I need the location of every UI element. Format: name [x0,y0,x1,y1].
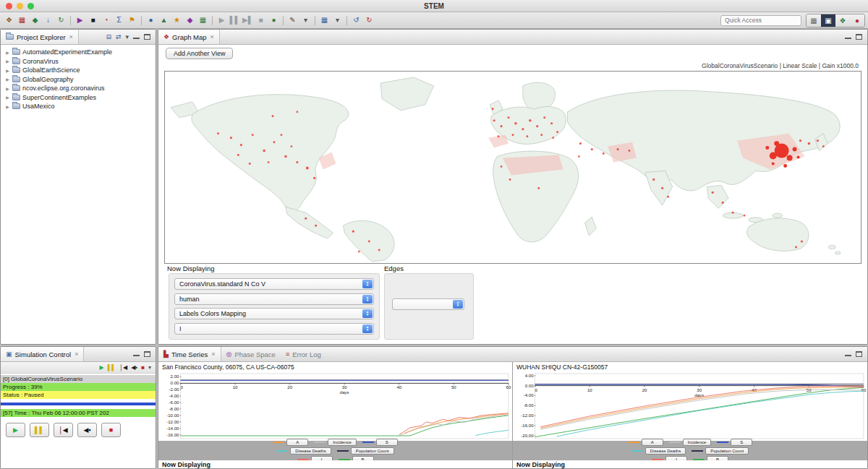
expand-arrow-icon[interactable]: ▶ [5,50,10,55]
legend-label[interactable]: Incidence [683,439,712,446]
stem-home-icon[interactable]: ❖ [3,14,15,27]
import-icon[interactable]: ↓ [42,14,54,27]
undo-icon[interactable]: ↺ [350,14,362,27]
tree-item-usamexico[interactable]: ▶UsaMexico [2,102,154,111]
step-forward-icon[interactable]: ▶▌ [242,14,254,27]
expand-arrow-icon[interactable]: ▶ [5,104,10,109]
tree-item-ncov-eclipse-org-coronavirus[interactable]: ▶ncov.eclipse.org.coronavirus [2,84,154,93]
new-scenario-icon[interactable]: ◆ [29,14,41,27]
legend-label[interactable]: A [286,439,308,446]
play-icon[interactable]: ▶ [216,14,228,27]
legend-label[interactable]: Population Count [705,447,749,455]
stop-button[interactable]: ■ [101,423,121,437]
perspective-analysis-icon[interactable]: ● [850,14,864,27]
legend-label[interactable]: Population Count [351,447,394,455]
reset-button[interactable]: │◀ [54,423,73,437]
view-menu-icon[interactable]: ▾ [125,33,129,40]
maximize-panel-icon[interactable] [856,351,862,357]
run-button[interactable]: ▶ [6,423,25,437]
views-icon[interactable]: ▦ [807,14,821,27]
expand-arrow-icon[interactable]: ▶ [5,86,10,91]
legend-label[interactable]: Disease Deaths [290,447,331,455]
tree-item-supercontinentexamples[interactable]: ▶SuperContinentExamples [2,93,154,103]
globe-icon[interactable]: ● [145,14,157,27]
tab-project-explorer[interactable]: Project Explorer × [1,30,79,44]
perspective-modeling-icon[interactable]: ▣ [821,14,835,27]
run-experiment-icon[interactable]: ▶ [74,14,86,27]
pause-button[interactable]: ▌▌ [30,423,49,437]
tab-phase-space[interactable]: ◎ Phase Space [221,347,281,361]
flag-icon[interactable]: ⚑ [126,14,138,27]
legend-label[interactable]: Incidence [328,439,357,446]
table-menu-icon[interactable]: ▾ [331,14,344,27]
expand-arrow-icon[interactable]: ▶ [5,77,10,82]
star-icon[interactable]: ★ [171,14,183,27]
table-icon[interactable]: ▦ [318,14,331,27]
sigma-icon[interactable]: Σ [113,14,125,27]
step-icon[interactable]: ◀▪ [131,364,137,371]
legend-label[interactable]: S [731,439,752,446]
record-icon[interactable]: ● [268,14,280,27]
close-window-button[interactable] [6,3,12,9]
edit-menu-icon[interactable]: ▾ [299,14,312,27]
minimize-panel-icon[interactable] [133,354,140,356]
close-tab-icon[interactable]: × [69,33,73,40]
pause-icon[interactable]: ▌▌ [108,364,116,371]
expand-arrow-icon[interactable]: ▶ [5,95,10,100]
edges-dropdown[interactable]: ▲▼ [392,298,464,310]
titlebar: STEM [0,0,868,12]
simulation-scenario-row[interactable]: [0] GlobalCoronaVirusScenario [1,375,156,383]
edit-icon[interactable]: ✎ [286,14,299,27]
now-displaying-dropdown-2[interactable]: human▲▼ [174,293,374,305]
tree-item-automatedexperimentexample[interactable]: ▶AutomatedExperimentExample [2,48,154,57]
link-editor-icon[interactable]: ⇄ [116,33,122,40]
menu-arrow-icon[interactable]: ▾ [148,364,151,371]
close-tab-icon[interactable]: × [75,350,78,358]
pause-icon[interactable]: ▌▌ [229,14,241,27]
redo-icon[interactable]: ↻ [363,14,375,27]
tab-time-series[interactable]: ▙ Time Series × [158,347,221,361]
stop-icon[interactable]: ■ [141,364,145,371]
now-displaying-dropdown-1[interactable]: CoronaVirus.standard N Co V▲▼ [174,278,374,290]
minimize-panel-icon[interactable] [133,37,140,39]
chart-icon[interactable]: ▲ [158,14,170,27]
step-button[interactable]: ◀▪ [77,423,97,437]
maximize-panel-icon[interactable] [144,351,150,357]
now-displaying-dropdown-4[interactable]: I▲▼ [174,323,374,335]
legend-label[interactable]: A [642,439,663,446]
tree-item-globalearthscience[interactable]: ▶GlobalEarthScience [2,66,154,75]
add-another-view-button[interactable]: Add Another View [166,48,233,59]
map-icon[interactable]: ▦ [197,14,209,27]
maximize-panel-icon[interactable] [856,34,862,40]
console-icon[interactable]: ■ [87,14,99,27]
tab-graph-map[interactable]: ❖ Graph Map × [158,30,220,44]
minimize-panel-icon[interactable] [845,354,851,356]
expand-arrow-icon[interactable]: ▶ [5,68,10,73]
tab-error-log[interactable]: ≡ Error Log [281,347,326,361]
now-displaying-dropdown-3[interactable]: Labels Colors Mapping▲▼ [174,308,374,319]
close-tab-icon[interactable]: × [210,33,214,40]
tab-simulation-control[interactable]: ▣ Simulation Control × [1,347,84,361]
perspective-map-icon[interactable]: ❖ [835,14,850,27]
expand-arrow-icon[interactable]: ▶ [5,59,10,64]
legend-label[interactable]: S [376,439,398,446]
close-tab-icon[interactable]: × [211,350,215,358]
clock-icon[interactable]: ◔ [100,14,112,27]
new-project-icon[interactable]: ▦ [16,14,28,27]
world-map[interactable] [164,71,861,264]
minimize-panel-icon[interactable] [845,37,851,39]
project-tree: ▶AutomatedExperimentExample▶CoronaVirus▶… [1,45,156,344]
reset-icon[interactable]: │◀ [119,364,127,371]
collapse-all-icon[interactable]: ⊟ [106,33,111,40]
refresh-icon[interactable]: ↻ [55,14,67,27]
tree-item-coronavirus[interactable]: ▶CoronaVirus [2,57,154,66]
stop-icon[interactable]: ■ [255,14,267,27]
palette-icon[interactable]: ◆ [184,14,196,27]
zoom-window-button[interactable] [27,3,34,9]
play-icon[interactable]: ▶ [99,364,103,371]
quick-access-input[interactable] [720,15,801,26]
legend-label[interactable]: Disease Deaths [645,447,686,455]
minimize-window-button[interactable] [17,3,23,9]
maximize-panel-icon[interactable] [144,34,150,40]
tree-item-globalgeography[interactable]: ▶GlobalGeography [2,75,154,85]
